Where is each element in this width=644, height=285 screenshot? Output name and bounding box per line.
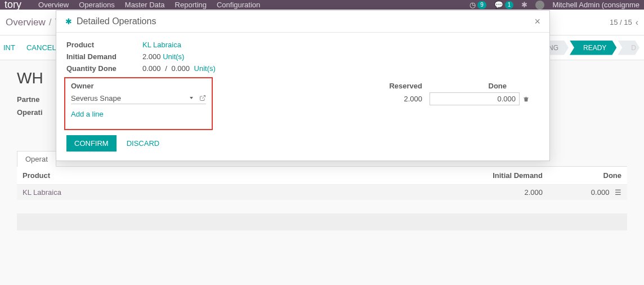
grid-header: Product Initial Demand Done bbox=[17, 167, 627, 185]
nav-configuration[interactable]: Configuration bbox=[217, 1, 260, 9]
nav-overview[interactable]: Overview bbox=[38, 1, 69, 9]
initial-demand-value: 2.000 bbox=[142, 52, 161, 61]
activity-badge: 9 bbox=[477, 1, 486, 9]
col-header-initial: Initial Demand bbox=[413, 171, 543, 180]
owner-input[interactable] bbox=[71, 94, 187, 103]
initial-demand-label: Initial Demand bbox=[66, 52, 142, 61]
bug-icon[interactable]: ✱ bbox=[65, 17, 72, 26]
status-done[interactable]: D bbox=[618, 41, 639, 55]
detailed-operations-modal: ✱ Detailed Operations × Product KL Labra… bbox=[56, 10, 550, 161]
print-button[interactable]: INT bbox=[3, 43, 15, 52]
clock-icon: ◷ bbox=[469, 1, 476, 9]
nav-operations[interactable]: Operations bbox=[79, 1, 115, 9]
user-name[interactable]: Mitchell Admin (consignme bbox=[552, 1, 639, 9]
table-row[interactable]: KL Labraica 2.000 0.000 ☰ bbox=[17, 185, 627, 200]
delete-row-icon[interactable] bbox=[523, 96, 529, 103]
grid-footer bbox=[17, 213, 627, 230]
product-link[interactable]: KL Labraica bbox=[142, 41, 181, 49]
initial-demand-unit[interactable]: Unit(s) bbox=[163, 52, 184, 61]
external-link-icon[interactable] bbox=[199, 95, 206, 101]
status-ready[interactable]: READY bbox=[570, 41, 616, 55]
chevron-down-icon[interactable] bbox=[190, 97, 193, 99]
settings-icon[interactable]: ✱ bbox=[521, 1, 527, 9]
done-input[interactable] bbox=[430, 92, 520, 105]
add-line-link[interactable]: Add a line bbox=[71, 110, 539, 118]
done-header: Done bbox=[428, 82, 529, 90]
row-initial: 2.000 bbox=[413, 188, 543, 197]
reserved-header: Reserved bbox=[315, 82, 428, 90]
row-done: 0.000 ☰ bbox=[543, 188, 621, 197]
cancel-button[interactable]: CANCEL bbox=[26, 43, 56, 52]
modal-title: Detailed Operations bbox=[77, 16, 156, 26]
chat-icon: 💬 bbox=[494, 1, 503, 9]
product-label: Product bbox=[66, 41, 142, 49]
detailed-ops-icon[interactable]: ☰ bbox=[615, 188, 621, 197]
activity-indicator[interactable]: ◷ 9 bbox=[469, 1, 486, 9]
nav-master-data[interactable]: Master Data bbox=[125, 1, 165, 9]
confirm-button[interactable]: CONFIRM bbox=[66, 135, 117, 152]
svg-line-0 bbox=[202, 96, 205, 99]
quantity-done-label: Quantity Done bbox=[66, 64, 142, 73]
prev-record-icon[interactable]: ‹ bbox=[636, 17, 638, 28]
row-product: KL Labraica bbox=[23, 188, 413, 197]
owner-header: Owner bbox=[71, 82, 212, 90]
close-icon[interactable]: × bbox=[534, 16, 540, 26]
col-header-product: Product bbox=[23, 171, 413, 180]
top-navbar: tory Overview Operations Master Data Rep… bbox=[0, 0, 644, 10]
reserved-value: 2.000 bbox=[315, 95, 428, 103]
qty-sep: / bbox=[165, 64, 167, 73]
breadcrumb-overview[interactable]: Overview bbox=[6, 17, 46, 28]
col-header-done: Done bbox=[543, 171, 621, 180]
tab-operations[interactable]: Operat bbox=[17, 151, 56, 167]
breadcrumb-sep: / bbox=[49, 17, 52, 28]
qty-done-value: 0.000 bbox=[142, 64, 161, 73]
qty-total-value: 0.000 bbox=[171, 64, 190, 73]
qty-unit[interactable]: Unit(s) bbox=[194, 64, 216, 73]
discard-button[interactable]: DISCARD bbox=[127, 139, 160, 148]
app-title-fragment: tory bbox=[5, 0, 21, 11]
avatar[interactable] bbox=[535, 1, 544, 10]
record-counter: 15 / 15 bbox=[610, 18, 632, 26]
chat-badge: 1 bbox=[505, 1, 514, 9]
nav-reporting[interactable]: Reporting bbox=[175, 1, 207, 9]
messaging-indicator[interactable]: 💬 1 bbox=[494, 1, 514, 9]
